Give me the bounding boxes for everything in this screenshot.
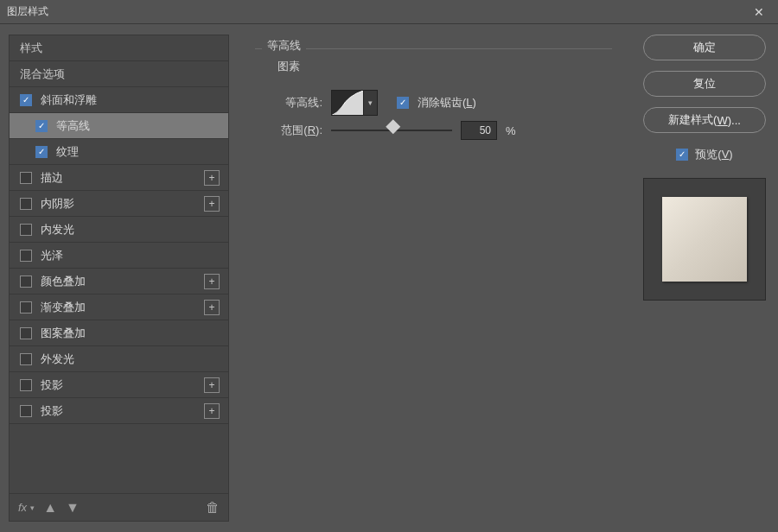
preview-thumbnail (643, 178, 766, 301)
style-item-label: 斜面和浮雕 (41, 92, 228, 108)
style-checkbox[interactable] (35, 146, 48, 158)
center-panel: 等高线 图素 等高线: ▾ 消除锯齿(L) 范围(R): (238, 24, 631, 532)
add-effect-icon[interactable]: + (204, 170, 220, 186)
range-input[interactable] (461, 121, 497, 140)
fx-dropdown-icon[interactable]: ▾ (30, 504, 35, 512)
contour-row: 等高线: ▾ 消除锯齿(L) (264, 90, 476, 116)
style-item-label: 外发光 (41, 352, 228, 367)
add-effect-icon[interactable]: + (204, 300, 220, 315)
slider-knob[interactable] (386, 119, 400, 134)
style-checkbox[interactable] (20, 276, 32, 288)
style-list-footer: fx▾ ▲ ▼ 🗑 (10, 493, 228, 521)
style-item-bevel[interactable]: 斜面和浮雕 (10, 87, 228, 113)
style-checkbox[interactable] (35, 120, 48, 132)
right-panel: 确定 复位 新建样式(W)... 预览(V) (631, 24, 778, 532)
style-subitem-label: 纹理 (56, 144, 79, 160)
style-item-label: 投影 (41, 377, 204, 393)
antialias-checkbox[interactable] (397, 97, 409, 109)
arrow-down-icon[interactable]: ▼ (66, 500, 80, 516)
style-item[interactable]: 光泽 (10, 243, 228, 269)
style-item[interactable]: 内阴影+ (10, 191, 228, 217)
style-checkbox[interactable] (20, 379, 32, 391)
preview-label[interactable]: 预览(V) (695, 147, 732, 162)
style-checkbox[interactable] (20, 405, 32, 417)
add-effect-icon[interactable]: + (204, 377, 220, 393)
style-checkbox[interactable] (20, 224, 32, 236)
style-item-label: 渐变叠加 (41, 300, 204, 315)
style-item-label: 颜色叠加 (41, 274, 204, 289)
antialias-label[interactable]: 消除锯齿(L) (418, 95, 476, 111)
style-item[interactable]: 投影+ (10, 372, 228, 398)
range-unit: % (506, 124, 516, 137)
style-checkbox[interactable] (20, 301, 32, 314)
section-title: 等高线 (262, 38, 306, 54)
range-label[interactable]: 范围(R): (264, 123, 322, 138)
style-item[interactable]: 颜色叠加+ (10, 269, 228, 294)
style-item-label: 投影 (41, 403, 204, 419)
style-item[interactable]: 渐变叠加+ (10, 294, 228, 320)
trash-icon[interactable]: 🗑 (206, 500, 220, 516)
preview-toggle-row: 预览(V) (643, 147, 766, 162)
style-item[interactable]: 描边+ (10, 165, 228, 191)
range-row: 范围(R): % (264, 121, 516, 140)
style-list: 样式 混合选项 斜面和浮雕等高线纹理描边+内阴影+内发光光泽颜色叠加+渐变叠加+… (9, 35, 229, 522)
subsection-title: 图素 (277, 59, 300, 74)
contour-dropdown-icon[interactable]: ▾ (364, 90, 378, 116)
add-effect-icon[interactable]: + (204, 274, 220, 289)
style-item-label: 内阴影 (41, 196, 204, 212)
section-divider (255, 48, 612, 49)
style-item[interactable]: 外发光 (10, 346, 228, 372)
style-item-label: 图案叠加 (41, 326, 228, 341)
left-panel: 样式 混合选项 斜面和浮雕等高线纹理描边+内阴影+内发光光泽颜色叠加+渐变叠加+… (0, 24, 238, 532)
new-style-button[interactable]: 新建样式(W)... (643, 107, 766, 133)
style-checkbox[interactable] (20, 353, 32, 365)
title-bar: 图层样式 ✕ (0, 0, 778, 24)
style-subitem-label: 等高线 (56, 118, 90, 134)
ok-button[interactable]: 确定 (643, 35, 766, 60)
style-item-label: 描边 (41, 170, 204, 186)
close-icon[interactable]: ✕ (747, 0, 771, 24)
style-item-label: 光泽 (41, 248, 228, 263)
contour-thumbnail[interactable] (331, 90, 364, 116)
style-item[interactable]: 投影+ (10, 398, 228, 424)
arrow-up-icon[interactable]: ▲ (43, 500, 57, 516)
contour-label: 等高线: (264, 95, 322, 111)
style-item[interactable]: 内发光 (10, 217, 228, 243)
style-checkbox[interactable] (20, 250, 32, 262)
fx-icon[interactable]: fx (18, 501, 27, 514)
style-subitem[interactable]: 纹理 (10, 139, 228, 165)
add-effect-icon[interactable]: + (204, 403, 220, 419)
style-subitem[interactable]: 等高线 (10, 113, 228, 139)
preview-swatch (662, 197, 747, 282)
styles-header[interactable]: 样式 (10, 35, 228, 61)
range-slider[interactable] (331, 130, 452, 131)
dialog-body: 样式 混合选项 斜面和浮雕等高线纹理描边+内阴影+内发光光泽颜色叠加+渐变叠加+… (0, 24, 778, 532)
style-checkbox[interactable] (20, 172, 32, 184)
style-checkbox[interactable] (20, 327, 32, 339)
style-checkbox[interactable] (20, 94, 32, 106)
blend-options-header[interactable]: 混合选项 (10, 61, 228, 87)
style-item-label: 内发光 (41, 222, 228, 238)
preview-checkbox[interactable] (676, 149, 688, 161)
reset-button[interactable]: 复位 (643, 71, 766, 97)
window-title: 图层样式 (7, 4, 48, 19)
style-checkbox[interactable] (20, 198, 32, 210)
style-item[interactable]: 图案叠加 (10, 320, 228, 346)
add-effect-icon[interactable]: + (204, 196, 220, 212)
